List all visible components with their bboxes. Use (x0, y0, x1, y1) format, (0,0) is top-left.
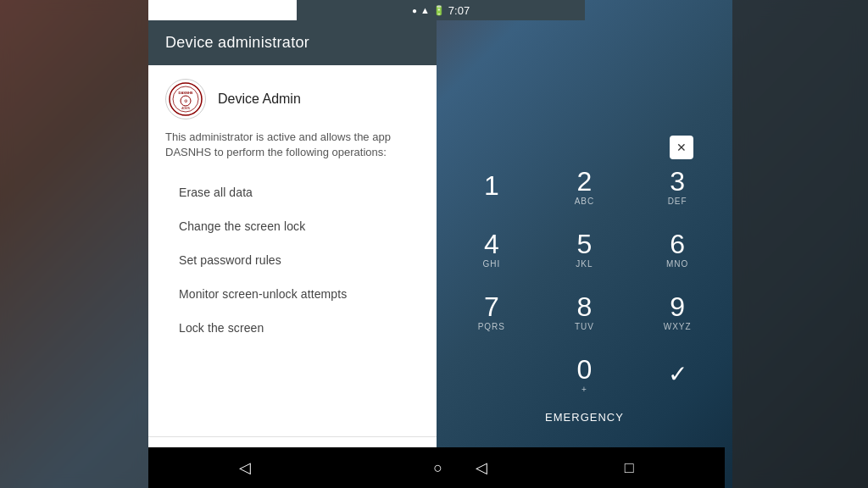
key-3[interactable]: 3 DEF (639, 157, 715, 216)
notification-icon: ● (412, 6, 417, 15)
svg-text:DASNHS: DASNHS (179, 91, 193, 95)
emergency-row: EMERGENCY (445, 411, 724, 424)
key-0[interactable]: 0 + (546, 345, 622, 404)
svg-text:⚙: ⚙ (184, 98, 188, 103)
dialog-body: DASNHS ⚙ ADMIN Device Admin This adminis… (148, 65, 437, 436)
nav-back-button-2[interactable]: ◁ (459, 452, 504, 484)
signal-bars: ▲ (420, 5, 430, 15)
battery-icon: 🔋 (433, 5, 445, 16)
nav-back-button[interactable]: ◁ (222, 452, 268, 484)
permission-lock-screen: Lock the screen (148, 311, 437, 345)
emergency-text[interactable]: EMERGENCY (545, 411, 624, 424)
permission-monitor-unlock: Monitor screen-unlock attempts (148, 277, 437, 311)
permissions-list: Erase all data Change the screen lock Se… (148, 172, 437, 348)
key-2[interactable]: 2 ABC (546, 157, 622, 216)
numpad-row-3: 7 PQRS 8 TUV 9 WXYZ (445, 282, 724, 341)
status-time: 7:07 (448, 4, 470, 17)
nav-bar: ◁ ○ □ ◁ (148, 447, 725, 488)
permission-password-rules: Set password rules (148, 243, 437, 277)
key-9[interactable]: 9 WXYZ (639, 282, 715, 341)
close-button[interactable]: ✕ (670, 136, 693, 159)
numpad-row-2: 4 GHI 5 JKL 6 MNO (445, 219, 724, 279)
key-5[interactable]: 5 JKL (546, 219, 622, 279)
key-6[interactable]: 6 MNO (639, 219, 715, 279)
numpad-row-4: 0 + ✓ (445, 345, 724, 404)
permission-erase-data: Erase all data (148, 175, 437, 209)
numpad: 1 2 ABC 3 DEF 4 GHI 5 JKL 6 MNO 7 PQRS (437, 157, 732, 424)
permission-screen-lock: Change the screen lock (148, 209, 437, 243)
admin-logo: DASNHS ⚙ ADMIN (165, 79, 206, 119)
status-bar: ● ▲ 🔋 7:07 (297, 0, 585, 20)
right-panel (732, 0, 868, 488)
admin-info-row: DASNHS ⚙ ADMIN Device Admin (148, 65, 437, 130)
left-panel (0, 0, 148, 488)
dialog-header: Device administrator (148, 20, 437, 65)
key-4[interactable]: 4 GHI (453, 219, 530, 279)
key-1[interactable]: 1 (453, 157, 530, 216)
key-empty (453, 345, 530, 404)
admin-logo-svg: DASNHS ⚙ ADMIN (169, 82, 203, 116)
svg-text:ADMIN: ADMIN (181, 107, 190, 110)
close-icon: ✕ (676, 141, 687, 154)
device-admin-dialog: ● ▲ 🔋 7:07 Device administrator DASNHS ⚙… (148, 0, 437, 488)
nav-recents-button[interactable]: □ (608, 452, 651, 484)
key-confirm[interactable]: ✓ (639, 345, 715, 404)
nav-home-button[interactable]: ○ (416, 452, 459, 484)
dialog-title: Device administrator (165, 34, 309, 51)
key-8[interactable]: 8 TUV (546, 282, 622, 341)
numpad-row-1: 1 2 ABC 3 DEF (445, 157, 724, 216)
key-7[interactable]: 7 PQRS (453, 282, 530, 341)
status-icons: ● ▲ 🔋 7:07 (412, 4, 470, 17)
admin-description: This administrator is active and allows … (148, 130, 437, 172)
admin-name: Device Admin (218, 92, 301, 107)
